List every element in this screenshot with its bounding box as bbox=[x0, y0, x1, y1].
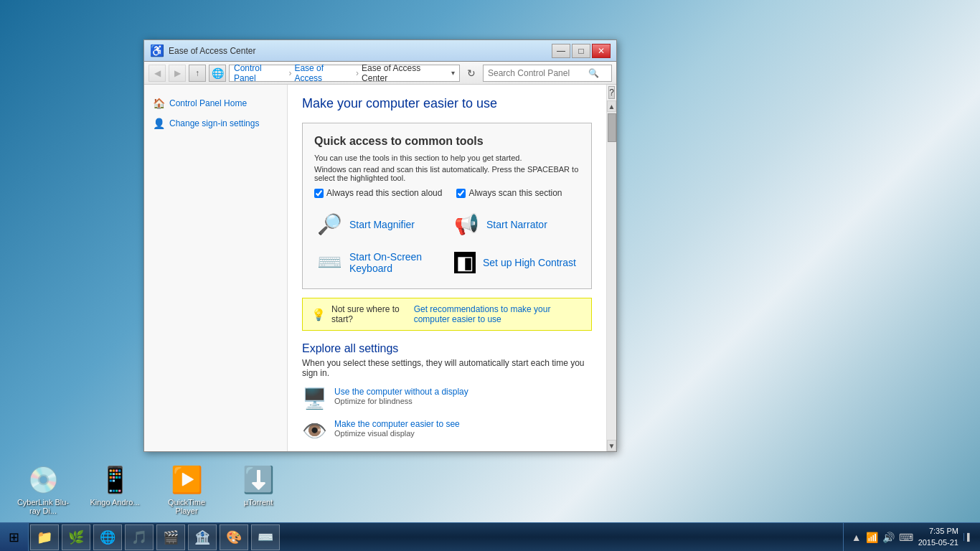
setting-easier-to-see[interactable]: 👁️ Make the computer easier to see Optim… bbox=[302, 419, 592, 443]
scroll-thumb[interactable] bbox=[608, 113, 616, 142]
sidebar-signin-label: Change sign-in settings bbox=[169, 118, 259, 128]
clock-time: 7:35 PM bbox=[918, 526, 958, 537]
easier-to-see-text: Make the computer easier to see Optimize… bbox=[334, 419, 460, 438]
home-icon: 🏠 bbox=[153, 98, 165, 109]
hint-icon: 💡 bbox=[311, 308, 326, 321]
window-title-icon: ♿ bbox=[150, 44, 164, 57]
easier-to-see-desc: Optimize visual display bbox=[334, 429, 460, 438]
tool-high-contrast[interactable]: ◧ Set up High Contrast bbox=[451, 248, 580, 277]
quick-access-title: Quick access to common tools bbox=[314, 135, 580, 148]
quicktime-label: QuickTime Player bbox=[158, 498, 215, 515]
help-button[interactable]: ? bbox=[608, 86, 615, 99]
keyboard-icon: ⌨️ bbox=[317, 250, 342, 274]
taskbar-app-file-explorer[interactable]: 📁 bbox=[30, 524, 59, 550]
breadcrumb-dropdown[interactable]: ▾ bbox=[451, 69, 455, 77]
back-button[interactable]: ◀ bbox=[149, 65, 166, 82]
taskbar-app-paint[interactable]: 🎨 bbox=[220, 524, 248, 550]
taskbar-app-keyboard-shortcut[interactable]: ⌨️ bbox=[251, 524, 280, 550]
no-display-text: Use the computer without a display Optim… bbox=[334, 387, 468, 405]
checkbox-scan-input[interactable] bbox=[456, 189, 466, 198]
scroll-up-button[interactable]: ▲ bbox=[607, 100, 616, 112]
tool-magnifier[interactable]: 🔎 Start Magnifier bbox=[314, 209, 443, 239]
checkbox-read-aloud[interactable]: Always read this section aloud bbox=[314, 188, 442, 198]
start-icon: ⊞ bbox=[9, 529, 19, 545]
tools-grid: 🔎 Start Magnifier 📢 Start Narrator ⌨️ St… bbox=[314, 209, 580, 277]
breadcrumb-current: Ease of Access Center bbox=[362, 63, 448, 83]
quick-access-desc2: Windows can read and scan this list auto… bbox=[314, 165, 580, 182]
taskbar-pinned-apps: 📁 🌿 🌐 🎵 🎬 🏦 🎨 ⌨️ bbox=[29, 523, 281, 551]
minimize-button[interactable]: — bbox=[552, 44, 570, 58]
quick-access-desc1: You can use the tools in this section to… bbox=[314, 154, 580, 162]
high-contrast-icon: ◧ bbox=[454, 252, 476, 273]
page-title: Make your computer easier to use bbox=[302, 96, 592, 111]
sidebar: 🏠 Control Panel Home 👤 Change sign-in se… bbox=[144, 85, 288, 451]
breadcrumb-bar: Control Panel › Ease of Access › Ease of… bbox=[229, 65, 460, 82]
title-bar: ♿ Ease of Access Center — □ ✕ bbox=[144, 40, 616, 62]
checkbox-scan[interactable]: Always scan this section bbox=[456, 188, 562, 198]
signin-icon: 👤 bbox=[153, 118, 165, 129]
forward-button[interactable]: ▶ bbox=[169, 65, 186, 82]
up-button[interactable]: ↑ bbox=[189, 65, 206, 82]
breadcrumb-ease-of-access[interactable]: Ease of Access bbox=[294, 63, 353, 83]
clock-date: 2015-05-21 bbox=[918, 537, 958, 548]
sidebar-item-signin[interactable]: 👤 Change sign-in settings bbox=[144, 113, 287, 133]
hint-link[interactable]: Get recommendations to make your compute… bbox=[414, 304, 583, 324]
start-button[interactable]: ⊞ bbox=[0, 523, 29, 552]
maximize-button[interactable]: □ bbox=[572, 44, 590, 58]
breadcrumb-control-panel[interactable]: Control Panel bbox=[234, 63, 286, 83]
breadcrumb-sep-2: › bbox=[356, 68, 359, 78]
breadcrumb-sep-1: › bbox=[288, 68, 291, 78]
no-display-desc: Optimize for blindness bbox=[334, 397, 468, 405]
taskbar-app-bank[interactable]: 🏦 bbox=[188, 524, 217, 550]
tray-network-icon[interactable]: 📶 bbox=[866, 532, 878, 543]
desktop-icon-quicktime[interactable]: ▶️ QuickTime Player bbox=[158, 465, 215, 515]
hint-box: 💡 Not sure where to start? Get recommend… bbox=[302, 298, 592, 331]
system-clock[interactable]: 7:35 PM 2015-05-21 bbox=[915, 526, 961, 548]
scrollbar: ? ▲ ▼ bbox=[606, 85, 616, 451]
tool-onscreen-keyboard[interactable]: ⌨️ Start On-Screen Keyboard bbox=[314, 248, 443, 277]
keyboard-label: Start On-Screen Keyboard bbox=[349, 251, 440, 274]
kingo-label: Kingo Andro... bbox=[90, 498, 139, 507]
taskbar: ⊞ 📁 🌿 🌐 🎵 🎬 🏦 🎨 ⌨️ ▲ 📶 🔊 ⌨ 7:35 PM 2015-… bbox=[0, 522, 980, 551]
window-controls: — □ ✕ bbox=[552, 44, 611, 58]
utorrent-icon: ⬇️ bbox=[242, 465, 275, 495]
window-title: Ease of Access Center bbox=[169, 46, 552, 56]
cyberlink-label: CyberLink Blu-ray Di... bbox=[14, 498, 72, 515]
system-tray: ▲ 📶 🔊 ⌨ 7:35 PM 2015-05-21 ▌ bbox=[843, 523, 980, 551]
desktop-icon-cyberlink[interactable]: 💿 CyberLink Blu-ray Di... bbox=[14, 465, 72, 515]
no-display-link[interactable]: Use the computer without a display bbox=[334, 387, 468, 397]
explore-desc: When you select these settings, they wil… bbox=[302, 358, 592, 378]
easier-to-see-link[interactable]: Make the computer easier to see bbox=[334, 419, 460, 429]
search-input[interactable] bbox=[488, 68, 588, 78]
sidebar-item-home[interactable]: 🏠 Control Panel Home bbox=[144, 93, 287, 113]
desktop-icon-kingo[interactable]: 📱 Kingo Andro... bbox=[86, 465, 143, 515]
setting-no-display[interactable]: 🖥️ Use the computer without a display Op… bbox=[302, 387, 592, 410]
easier-to-see-icon: 👁️ bbox=[302, 419, 327, 443]
narrator-icon: 📢 bbox=[454, 212, 479, 236]
navigation-bar: ◀ ▶ ↑ 🌐 Control Panel › Ease of Access ›… bbox=[144, 62, 616, 85]
tool-narrator[interactable]: 📢 Start Narrator bbox=[451, 209, 580, 239]
tray-arrow-icon[interactable]: ▲ bbox=[852, 532, 862, 543]
kingo-icon: 📱 bbox=[99, 465, 131, 495]
utorrent-label: µTorrent bbox=[244, 498, 273, 507]
checkbox-scan-label: Always scan this section bbox=[468, 188, 562, 198]
sidebar-home-label: Control Panel Home bbox=[169, 98, 247, 108]
tray-keyboard-icon[interactable]: ⌨ bbox=[899, 532, 913, 543]
taskbar-app-ie[interactable]: 🌐 bbox=[93, 524, 122, 550]
narrator-label: Start Narrator bbox=[486, 219, 547, 230]
main-content: Make your computer easier to use Quick a… bbox=[288, 85, 606, 451]
ease-of-access-window: ♿ Ease of Access Center — □ ✕ ◀ ▶ ↑ 🌐 Co… bbox=[143, 39, 617, 452]
hint-text: Not sure where to start? bbox=[331, 304, 400, 324]
close-button[interactable]: ✕ bbox=[592, 44, 611, 58]
taskbar-app-music[interactable]: 🎵 bbox=[125, 524, 154, 550]
taskbar-app-wordament[interactable]: 🌿 bbox=[62, 524, 90, 550]
refresh-button[interactable]: ↻ bbox=[463, 65, 480, 82]
taskbar-app-video[interactable]: 🎬 bbox=[156, 524, 185, 550]
scroll-down-button[interactable]: ▼ bbox=[607, 440, 616, 451]
search-icon[interactable]: 🔍 bbox=[588, 68, 599, 78]
checkbox-read-aloud-input[interactable] bbox=[314, 189, 324, 198]
no-display-icon: 🖥️ bbox=[302, 387, 327, 410]
show-desktop-button[interactable]: ▌ bbox=[963, 533, 972, 541]
desktop-icon-utorrent[interactable]: ⬇️ µTorrent bbox=[230, 465, 287, 515]
tray-volume-icon[interactable]: 🔊 bbox=[882, 532, 895, 543]
